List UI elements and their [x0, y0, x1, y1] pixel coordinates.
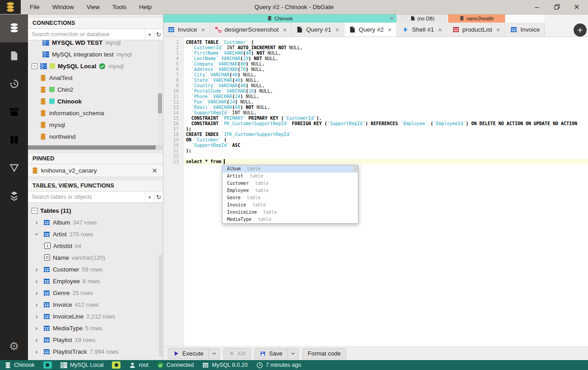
menu-tools[interactable]: Tools	[106, 0, 133, 14]
chevron-right-icon[interactable]: ›	[32, 277, 41, 286]
new-tab-button[interactable]: +	[574, 23, 587, 37]
connection-item[interactable]: −MySQL Localmysql	[28, 60, 163, 72]
status-root: root	[129, 362, 148, 369]
code-line: 4 `LastName` VARCHAR(20) NOT NULL,	[163, 56, 588, 61]
add-connection-button[interactable]: +	[145, 29, 154, 40]
chevron-right-icon[interactable]: ›	[32, 347, 41, 356]
refresh-connections-button[interactable]: ↻	[154, 29, 163, 40]
table-item[interactable]: ›Customer59 rows	[28, 263, 163, 275]
connections-scrollbar-thumb[interactable]	[158, 94, 162, 113]
chevron-right-icon[interactable]: ›	[32, 289, 41, 297]
close-tab-icon[interactable]: ×	[201, 26, 205, 33]
database-item[interactable]: northwind	[28, 131, 163, 142]
chevron-down-icon[interactable]: ›	[32, 230, 41, 238]
activity-file-button[interactable]	[0, 42, 28, 70]
save-button[interactable]: Save	[255, 348, 288, 359]
database-item[interactable]: mysql	[28, 119, 163, 131]
menu-view[interactable]: View	[80, 0, 106, 14]
close-tab-icon[interactable]: ×	[283, 26, 287, 33]
autocomplete-item[interactable]: Albumtable	[222, 165, 358, 173]
refresh-objects-button[interactable]: ↻	[154, 192, 163, 202]
table-item[interactable]: ›MediaType5 rows	[28, 322, 163, 334]
column-item[interactable]: 1ArtistIdint	[28, 240, 163, 252]
chevron-right-icon[interactable]: ›	[32, 312, 41, 321]
autocomplete-item[interactable]: Employeetable	[222, 187, 358, 194]
activity-book-button[interactable]	[0, 126, 28, 155]
close-button[interactable]: ✕	[573, 3, 581, 11]
database-item[interactable]: Chin2	[28, 84, 163, 95]
chevron-right-icon[interactable]: ›	[32, 300, 41, 309]
connections-search-input[interactable]	[28, 29, 145, 40]
activity-history-button[interactable]	[0, 70, 28, 98]
chevron-right-icon[interactable]: ›	[32, 324, 41, 333]
add-object-button[interactable]: +	[145, 192, 154, 202]
close-tab-icon[interactable]: ×	[335, 26, 339, 33]
activity-layers-button[interactable]	[0, 183, 28, 211]
color-square-icon	[49, 98, 55, 104]
database-item[interactable]: Chinook	[28, 95, 163, 107]
menu-file[interactable]: File	[23, 0, 46, 14]
chevron-right-icon[interactable]: ›	[32, 218, 41, 227]
activity-database-button[interactable]	[0, 14, 28, 42]
autocomplete-item[interactable]: Customertable	[222, 180, 358, 187]
table-item[interactable]: ›Playlist18 rows	[28, 334, 163, 346]
autocomplete-item[interactable]: InvoiceLinetable	[222, 209, 358, 216]
activity-gear-button[interactable]: ⚙	[0, 332, 28, 360]
execute-dropdown-button[interactable]	[209, 348, 220, 359]
engine-label: mysql	[105, 40, 120, 46]
activity-triangle-button[interactable]	[0, 155, 28, 183]
kill-button[interactable]: Kill	[223, 348, 251, 359]
chevron-right-icon[interactable]: ›	[32, 336, 41, 344]
column-item[interactable]: Namevarchar(120)	[28, 252, 163, 263]
chevron-right-icon[interactable]: ›	[32, 265, 41, 274]
unpin-close-icon[interactable]: ✕	[150, 167, 159, 175]
autocomplete-item[interactable]: Genretable	[222, 194, 358, 201]
tab-shell-1[interactable]: Shell #1×	[398, 23, 447, 37]
autocomplete-item[interactable]: Invoicetable	[222, 201, 358, 209]
database-item[interactable]: information_schema	[28, 107, 163, 119]
execute-button[interactable]: Execute	[168, 348, 209, 359]
restore-button[interactable]	[553, 3, 561, 11]
autocomplete-item[interactable]: MediaTypetable	[222, 216, 358, 223]
line-number: 19	[163, 137, 184, 143]
close-tab-icon[interactable]: ×	[388, 26, 392, 33]
minimize-button[interactable]: –	[533, 3, 541, 11]
objects-search-input[interactable]	[28, 192, 145, 202]
save-dropdown-button[interactable]	[288, 348, 299, 359]
close-group-icon[interactable]: ✕	[389, 14, 394, 23]
tables-scrollbar-thumb[interactable]	[159, 255, 162, 357]
activity-archive-button[interactable]	[0, 98, 28, 126]
autocomplete-item[interactable]: Artisttable	[222, 173, 358, 180]
tab-group-label: nano2health	[467, 16, 494, 21]
close-tab-icon[interactable]: ×	[496, 26, 500, 33]
table-name: Employee	[53, 278, 80, 285]
tab-query-2[interactable]: Query #2×	[344, 23, 397, 37]
table-item[interactable]: ›Genre25 rows	[28, 287, 163, 299]
collapse-icon[interactable]: −	[32, 63, 37, 69]
tab-invoice[interactable]: Invoice	[506, 23, 545, 37]
connection-item[interactable]: MYSQL WD TESTmysql	[28, 40, 163, 48]
tab-invoice[interactable]: Invoice×	[163, 23, 210, 37]
tab-designerscreenshot[interactable]: designerScreenshot×	[210, 23, 292, 37]
connection-item[interactable]: MySQL integration testmysql	[28, 48, 163, 60]
table-item[interactable]: ›PlaylistTrack7,994 rows	[28, 346, 163, 357]
tab-query-1[interactable]: Query #1×	[292, 23, 344, 37]
collapse-icon[interactable]: −	[32, 208, 37, 214]
database-item[interactable]: AnalTest	[28, 72, 163, 84]
tab-productlist[interactable]: productList×	[448, 23, 505, 37]
connections-hscrollbar-thumb[interactable]	[28, 145, 156, 150]
tables-root[interactable]: −Tables (11)	[28, 205, 163, 216]
menu-help[interactable]: Help	[133, 0, 158, 14]
menu-window[interactable]: Window	[46, 0, 80, 14]
objects-search-row: + ↻	[28, 192, 163, 203]
code-line: 6 `Address` VARCHAR(70) NULL,	[163, 67, 588, 72]
table-item[interactable]: ›Invoice412 rows	[28, 299, 163, 310]
pinned-item[interactable]: knihovna_v2_canary✕	[28, 164, 163, 177]
table-item[interactable]: ›InvoiceLine2,212 rows	[28, 310, 163, 322]
table-item[interactable]: ›Employee8 rows	[28, 275, 163, 287]
table-item[interactable]: ›Artist275 rows	[28, 228, 163, 240]
close-tab-icon[interactable]: ×	[438, 26, 442, 33]
table-item[interactable]: ›Album347 rows	[28, 216, 163, 228]
format-code-button[interactable]: Format code	[302, 348, 346, 359]
sql-editor[interactable]: 1CREATE TABLE `Customer` (2 `CustomerId`…	[163, 37, 588, 347]
